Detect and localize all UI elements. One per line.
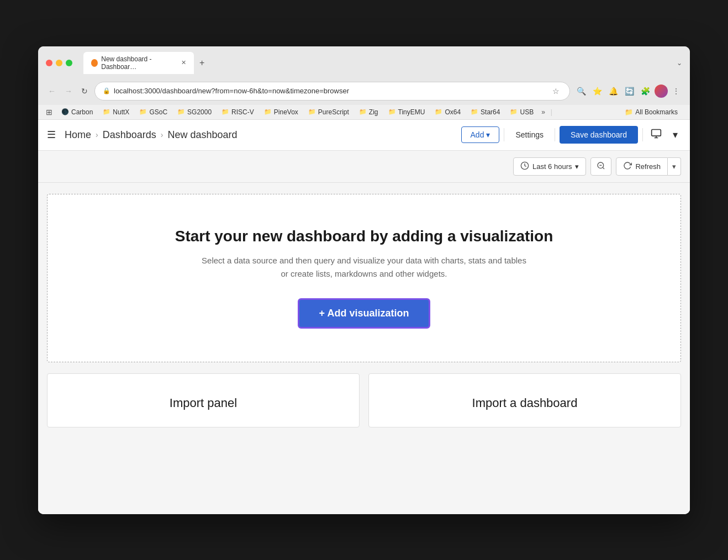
sync-icon[interactable]: 🔄 (623, 84, 636, 98)
browser-window: New dashboard - Dashboar… ✕ + ⌄ ← → ↻ 🔒 … (38, 46, 690, 514)
bookmark-separator: | (551, 108, 552, 116)
new-tab-button[interactable]: + (196, 58, 208, 68)
chevron-down-icon: ▾ (486, 130, 490, 139)
refresh-label: Refresh (635, 162, 661, 171)
folder-icon: 🌑 (61, 108, 69, 115)
extension-alert-icon[interactable]: 🔔 (606, 84, 620, 98)
bookmark-star-icon[interactable]: ☆ (550, 84, 562, 98)
save-dashboard-button[interactable]: Save dashboard (560, 126, 638, 144)
apps-icon[interactable]: ⊞ (46, 108, 52, 117)
url-bar[interactable]: 🔒 localhost:3000/dashboard/new?from=now-… (94, 82, 570, 101)
time-range-label: Last 6 hours (532, 162, 572, 171)
folder-icon: 📁 (139, 108, 147, 115)
all-bookmarks-label: All Bookmarks (635, 108, 678, 116)
display-mode-icon[interactable] (647, 125, 665, 145)
settings-button[interactable]: Settings (509, 127, 550, 142)
empty-state-description: Select a data source and then query and … (198, 254, 530, 281)
folder-icon: 📁 (308, 108, 316, 115)
bookmark-riscv-label: RISC-V (231, 108, 254, 116)
bookmark-gsoc[interactable]: 📁 GSoC (135, 107, 172, 117)
add-button[interactable]: Add ▾ (461, 126, 500, 143)
bookmark-star64-label: Star64 (481, 108, 500, 116)
refresh-icon (623, 161, 632, 172)
all-bookmarks-button[interactable]: 📁 All Bookmarks (620, 107, 682, 117)
maximize-window-button[interactable] (66, 60, 72, 66)
refresh-group: Refresh ▾ (616, 157, 681, 176)
time-range-picker[interactable]: Last 6 hours ▾ (513, 157, 587, 176)
traffic-lights (46, 60, 72, 66)
bookmark-carbon[interactable]: 🌑 Carbon (57, 107, 97, 117)
back-button[interactable]: ← (46, 86, 58, 97)
forward-button[interactable]: → (62, 86, 75, 97)
breadcrumb: Home › Dashboards › New dashboard (65, 129, 238, 141)
import-panel-card[interactable]: Import panel (47, 373, 360, 427)
nav-separator-3 (642, 128, 643, 141)
bookmark-purescript[interactable]: 📁 PureScript (304, 107, 354, 117)
profile-avatar[interactable] (655, 84, 668, 98)
bookmark-sg2000[interactable]: 📁 SG2000 (173, 107, 216, 117)
tab-more-button[interactable]: ⌄ (677, 59, 682, 67)
bookmark-tinyemu-label: TinyEMU (398, 108, 425, 116)
bookmark-star64[interactable]: 📁 Star64 (466, 107, 504, 117)
zoom-out-button[interactable] (590, 157, 611, 176)
empty-state-card: Start your new dashboard by adding a vis… (47, 194, 681, 362)
folder-icon: 📁 (177, 108, 185, 115)
tab-close-icon[interactable]: ✕ (181, 59, 186, 66)
add-button-label: Add (471, 130, 484, 139)
nav-actions: Add ▾ Settings Save dashboard ▾ (461, 125, 681, 145)
time-range-chevron-icon: ▾ (575, 162, 579, 171)
clock-icon (520, 161, 529, 172)
bookmark-pinevox[interactable]: 📁 PineVox (260, 107, 303, 117)
top-nav: ☰ Home › Dashboards › New dashboard Add … (38, 120, 690, 151)
minimize-window-button[interactable] (56, 60, 62, 66)
empty-state-title: Start your new dashboard by adding a vis… (70, 228, 658, 245)
active-tab[interactable]: New dashboard - Dashboar… ✕ (83, 52, 194, 74)
bookmark-riscv[interactable]: 📁 RISC-V (217, 107, 259, 117)
folder-icon: 📁 (221, 108, 229, 115)
bookmark-tinyemu[interactable]: 📁 TinyEMU (384, 107, 430, 117)
address-actions: 🔍 ⭐ 🔔 🔄 🧩 ⋮ (574, 84, 682, 98)
address-bar: ← → ↻ 🔒 localhost:3000/dashboard/new?fro… (38, 78, 690, 105)
lock-icon: 🔒 (103, 87, 110, 94)
bookmark-nuttx[interactable]: 📁 NuttX (98, 107, 134, 117)
add-visualization-button[interactable]: + Add visualization (298, 298, 431, 329)
bookmark-zig[interactable]: 📁 Zig (355, 107, 383, 117)
title-bar: New dashboard - Dashboar… ✕ + ⌄ (38, 46, 690, 78)
breadcrumb-current-page: New dashboard (167, 129, 237, 141)
breadcrumb-dashboards-link[interactable]: Dashboards (103, 129, 156, 141)
breadcrumb-home-link[interactable]: Home (65, 129, 91, 141)
chevron-down-button[interactable]: ▾ (669, 125, 681, 144)
svg-rect-0 (652, 129, 661, 136)
extensions-icon[interactable]: 🧩 (639, 84, 652, 98)
search-icon[interactable]: 🔍 (574, 84, 588, 98)
dashboard-toolbar: Last 6 hours ▾ R (38, 151, 690, 183)
breadcrumb-separator: › (96, 130, 98, 139)
bookmark-ox64[interactable]: 📁 Ox64 (430, 107, 465, 117)
folder-icon: 📁 (103, 108, 110, 115)
bookmarks-bar: ⊞ 🌑 Carbon 📁 NuttX 📁 GSoC 📁 SG2000 📁 RIS… (38, 105, 690, 120)
dashboard-content: Start your new dashboard by adding a vis… (38, 183, 690, 514)
bookmark-sg2000-label: SG2000 (187, 108, 212, 116)
import-dashboard-card[interactable]: Import a dashboard (368, 373, 681, 427)
refresh-button[interactable]: Refresh (616, 157, 668, 176)
tab-title: New dashboard - Dashboar… (101, 55, 178, 71)
close-window-button[interactable] (46, 60, 52, 66)
bookmark-usb[interactable]: 📁 USB (505, 107, 538, 117)
bookmark-carbon-label: Carbon (71, 108, 93, 116)
breadcrumb-separator-2: › (161, 130, 163, 139)
hamburger-menu-icon[interactable]: ☰ (47, 129, 56, 141)
import-dashboard-title: Import a dashboard (380, 396, 669, 410)
bookmark-nuttx-label: NuttX (113, 108, 129, 116)
star-icon[interactable]: ⭐ (590, 84, 604, 98)
bookmarks-more-button[interactable]: » (539, 107, 547, 117)
folder-icon: 📁 (510, 108, 518, 115)
app-content: ☰ Home › Dashboards › New dashboard Add … (38, 120, 690, 514)
bookmark-gsoc-label: GSoC (149, 108, 167, 116)
folder-icon: 📁 (264, 108, 272, 115)
bookmark-pinevox-label: PineVox (274, 108, 298, 116)
bookmark-purescript-label: PureScript (318, 108, 349, 116)
folder-icon: 📁 (471, 108, 478, 115)
refresh-dropdown-button[interactable]: ▾ (668, 157, 681, 176)
menu-icon[interactable]: ⋮ (670, 84, 682, 98)
reload-button[interactable]: ↻ (79, 86, 90, 97)
